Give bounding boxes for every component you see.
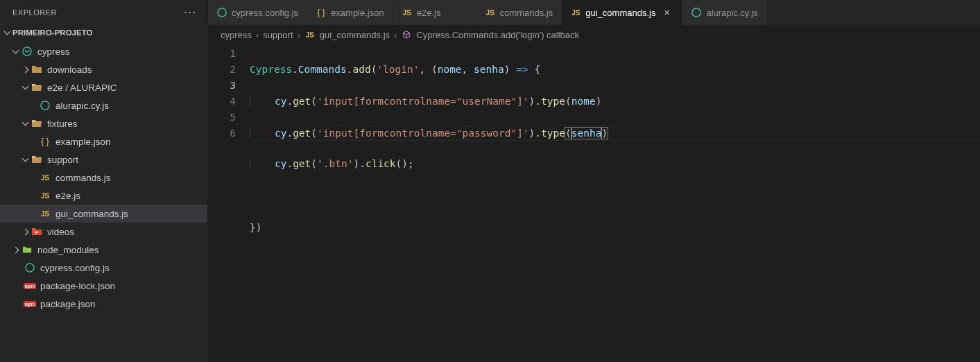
cypress-icon [39, 99, 51, 112]
chevron-down-icon [19, 82, 31, 93]
code-line[interactable]: }) [250, 220, 980, 236]
explorer-sidebar: EXPLORER ··· PRIMEIRO-PROJETO cypress do… [0, 0, 208, 362]
tree-label: e2e / ALURAPIC [47, 83, 117, 93]
chevron-right-icon: › [393, 30, 398, 40]
tree-label: fixtures [47, 119, 78, 129]
tree-label: node_modules [37, 245, 99, 255]
explorer-header: EXPLORER ··· [0, 0, 207, 24]
tree-file-cypressconfig[interactable]: cypress.config.js [0, 259, 207, 277]
tab-label: e2e.js [417, 8, 441, 18]
nodemodules-icon [21, 243, 33, 256]
breadcrumb[interactable]: cypress › support › JS gui_commands.js ›… [208, 25, 980, 44]
tree-label: alurapic.cy.js [55, 101, 109, 111]
tree-file-commands[interactable]: JS commands.js [0, 169, 207, 187]
folder-open-icon [31, 117, 43, 130]
explorer-title: EXPLORER [12, 8, 57, 17]
breadcrumb-segment[interactable]: support [263, 30, 293, 40]
folder-icon [31, 63, 43, 76]
breadcrumb-segment[interactable]: gui_commands.js [320, 30, 390, 40]
tree-folder-downloads[interactable]: downloads [0, 60, 207, 78]
tree-file-e2ejs[interactable]: JS e2e.js [0, 187, 207, 205]
code-line[interactable] [250, 188, 980, 204]
tree-folder-support[interactable]: support [0, 150, 207, 169]
js-icon: JS [39, 207, 51, 220]
line-number: 3 [208, 78, 236, 94]
symbol-method-icon [401, 29, 412, 40]
chevron-down-icon [10, 46, 21, 57]
tab-cypress-config[interactable]: cypress.config.js [208, 0, 307, 25]
json-icon: { } [39, 135, 51, 148]
chevron-right-icon [10, 244, 21, 255]
cypress-icon [691, 7, 702, 18]
tab-e2e-js[interactable]: JS e2e.js [393, 0, 476, 25]
js-icon: JS [402, 7, 413, 18]
chevron-right-icon [19, 64, 31, 75]
tree-folder-e2e[interactable]: e2e / ALURAPIC [0, 78, 207, 96]
tab-bar: cypress.config.js { } example.json JS e2… [208, 0, 980, 25]
svg-point-2 [26, 264, 34, 272]
tab-label: cypress.config.js [232, 8, 298, 18]
line-number: 1 [208, 46, 236, 62]
js-icon: JS [39, 171, 51, 184]
tree-label: example.json [55, 137, 111, 147]
svg-point-4 [692, 8, 700, 17]
line-number: 5 [208, 110, 236, 126]
tree-label: support [47, 155, 78, 165]
tree-label: downloads [47, 64, 92, 75]
tab-label: gui_commands.js [585, 8, 655, 18]
js-icon: JS [485, 7, 496, 18]
js-icon: JS [570, 7, 581, 18]
line-gutter: 1 2 3 4 5 6 [208, 44, 250, 362]
folder-open-icon [31, 81, 43, 94]
tab-label: alurapic.cy.js [706, 8, 757, 18]
tree-label: cypress [37, 46, 70, 57]
tree-label: videos [47, 227, 74, 237]
tab-label: example.json [331, 8, 384, 18]
chevron-right-icon [19, 226, 31, 237]
json-icon: { } [316, 7, 327, 18]
tab-gui-commands-js[interactable]: JS gui_commands.js × [562, 0, 682, 25]
cypress-icon [21, 45, 33, 58]
chevron-down-icon [19, 154, 31, 165]
folder-open-icon [31, 153, 43, 166]
chevron-right-icon: › [255, 30, 260, 40]
tab-alurapic-cy[interactable]: alurapic.cy.js [682, 0, 766, 25]
breadcrumb-segment[interactable]: Cypress.Commands.add('login') callback [416, 30, 579, 40]
tree-file-packagejson[interactable]: npm package.json [0, 295, 207, 313]
code-line[interactable]: cy.get('input[formcontrolname="userName"… [250, 94, 980, 110]
code-content[interactable]: Cypress.Commands.add('login', (nome, sen… [250, 44, 980, 362]
code-line[interactable]: cy.get('.btn').click(); [250, 156, 980, 172]
tree-label: cypress.config.js [40, 263, 110, 273]
tree-file-packagelock[interactable]: npm package-lock.json [0, 277, 207, 295]
chevron-right-icon: › [296, 30, 302, 40]
breadcrumb-segment[interactable]: cypress [221, 30, 252, 40]
tree-folder-fixtures[interactable]: fixtures [0, 114, 207, 132]
cypress-icon [24, 261, 36, 274]
line-number: 4 [208, 94, 236, 110]
chevron-down-icon [1, 27, 12, 38]
tree-file-alurapic[interactable]: alurapic.cy.js [0, 96, 207, 114]
tree-label: package.json [40, 299, 96, 309]
tree-file-guicommands[interactable]: JS gui_commands.js [0, 205, 207, 223]
more-icon[interactable]: ··· [184, 5, 196, 19]
tree-folder-videos[interactable]: videos [0, 223, 207, 241]
tree-folder-nodemodules[interactable]: node_modules [0, 241, 207, 259]
close-icon[interactable]: × [664, 7, 673, 18]
code-line[interactable]: cy.get('input[formcontrolname="password"… [250, 125, 980, 141]
project-name: PRIMEIRO-PROJETO [12, 28, 92, 37]
editor-area: cypress.config.js { } example.json JS e2… [208, 0, 980, 362]
tab-commands-js[interactable]: JS commands.js [476, 0, 562, 25]
tree-label: commands.js [55, 173, 111, 183]
js-icon: JS [39, 189, 51, 202]
tree-folder-cypress[interactable]: cypress [0, 42, 207, 60]
svg-point-3 [218, 8, 226, 17]
code-editor[interactable]: 1 2 3 4 5 6 Cypress.Commands.add('login'… [208, 44, 980, 362]
chevron-down-icon [19, 118, 31, 129]
cypress-icon [216, 7, 227, 18]
tree-file-example[interactable]: { } example.json [0, 132, 207, 150]
code-line[interactable]: Cypress.Commands.add('login', (nome, sen… [250, 62, 980, 78]
project-header[interactable]: PRIMEIRO-PROJETO [0, 24, 207, 41]
svg-point-0 [23, 47, 31, 55]
tree-label: package-lock.json [40, 281, 115, 291]
tab-example-json[interactable]: { } example.json [307, 0, 393, 25]
